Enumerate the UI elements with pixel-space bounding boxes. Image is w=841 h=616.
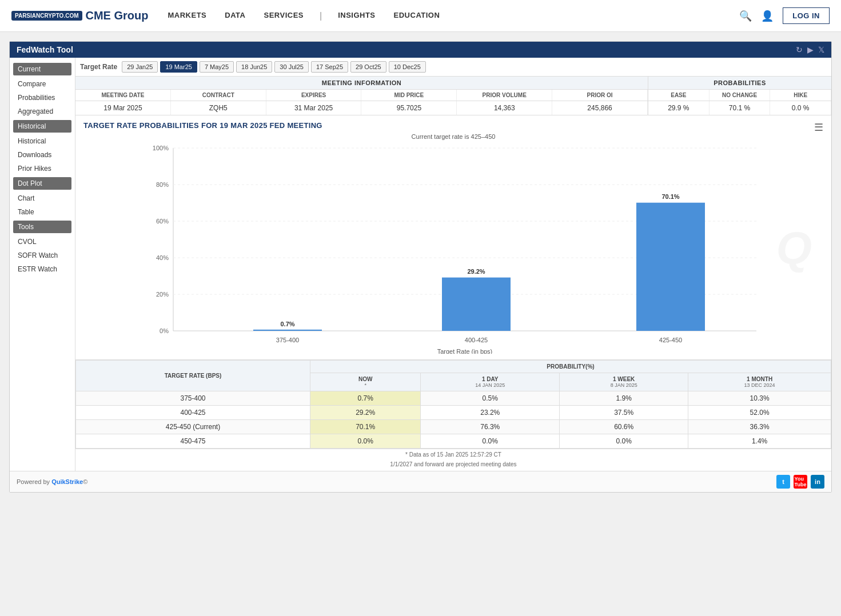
user-icon[interactable]: 👤 bbox=[761, 10, 774, 22]
sidebar-item-sofr-watch[interactable]: SOFR Watch bbox=[10, 249, 75, 262]
rate-375-400: 375-400 bbox=[76, 391, 310, 406]
col-meeting-date: MEETING DATE bbox=[75, 90, 171, 101]
rate-400-425: 400-425 bbox=[76, 406, 310, 420]
tab-29jan25[interactable]: 29 Jan25 bbox=[122, 61, 158, 73]
footer-social: t YouTube in bbox=[776, 475, 824, 489]
week1-375-400: 1.9% bbox=[560, 391, 688, 406]
val-meeting-date: 19 Mar 2025 bbox=[75, 101, 171, 115]
sidebar-item-cvol[interactable]: CVOL bbox=[10, 235, 75, 249]
col-ease: EASE bbox=[648, 90, 710, 101]
youtube-icon[interactable]: YouTube bbox=[794, 475, 807, 489]
tab-10dec25[interactable]: 10 Dec25 bbox=[389, 61, 426, 73]
col-prior-volume: PRIOR VOLUME bbox=[457, 90, 552, 101]
table-footnote2: 1/1/2027 and forward are projected meeti… bbox=[75, 460, 831, 471]
week1-400-425: 37.5% bbox=[560, 406, 688, 420]
sidebar-section-dot-plot[interactable]: Dot Plot bbox=[13, 177, 71, 190]
chart-svg-container: Q 100% 80% 60% 40% 20% 0% bbox=[83, 142, 823, 354]
val-contract: ZQH5 bbox=[171, 101, 266, 115]
nav-education[interactable]: EDUCATION bbox=[392, 11, 443, 21]
val-no-change: 70.1 % bbox=[710, 101, 771, 115]
week1-450-475: 0.0% bbox=[560, 434, 688, 449]
tab-18jun25[interactable]: 18 Jun25 bbox=[236, 61, 272, 73]
th-now-sub: * bbox=[315, 382, 416, 388]
external-link-icon[interactable]: ▶ bbox=[807, 45, 814, 54]
sidebar-section-tools[interactable]: Tools bbox=[13, 221, 71, 233]
sidebar-item-table[interactable]: Table bbox=[10, 205, 75, 219]
sidebar-item-prior-hikes[interactable]: Prior Hikes bbox=[10, 162, 75, 175]
now-425-450: 70.1% bbox=[310, 420, 420, 434]
table-footnote: * Data as of 15 Jan 2025 12:57:29 CT bbox=[75, 449, 831, 460]
meeting-info-row: 19 Mar 2025 ZQH5 31 Mar 2025 95.7025 14,… bbox=[75, 101, 648, 115]
widget-body: Current Compare Probabilities Aggregated… bbox=[10, 58, 831, 471]
login-button[interactable]: LOG IN bbox=[783, 7, 830, 24]
powered-by-suffix: © bbox=[83, 478, 87, 485]
chart-menu-icon[interactable]: ☰ bbox=[814, 121, 823, 134]
fedwatch-widget: FedWatch Tool ↻ ▶ 𝕏 Current Compare Prob… bbox=[9, 41, 832, 493]
th-1week-sub: 8 JAN 2025 bbox=[564, 382, 683, 388]
sidebar-item-compare[interactable]: Compare bbox=[10, 77, 75, 91]
prob-col-headers: EASE NO CHANGE HIKE bbox=[648, 90, 831, 101]
meeting-info-header: MEETING INFORMATION bbox=[75, 77, 648, 90]
sidebar-item-downloads[interactable]: Downloads bbox=[10, 148, 75, 162]
logo-persian: PARSIANCRYPTO.COM bbox=[11, 11, 82, 21]
probability-table: TARGET RATE (BPS) PROBABILITY(%) NOW * 1… bbox=[75, 359, 831, 471]
bar-375-400 bbox=[253, 330, 322, 331]
widget-controls: ↻ ▶ 𝕏 bbox=[796, 45, 824, 54]
tab-7may25[interactable]: 7 May25 bbox=[200, 61, 234, 73]
powered-by-brand: QuikStrike bbox=[51, 478, 83, 485]
th-1month: 1 MONTH 13 DEC 2024 bbox=[688, 373, 831, 391]
sidebar-item-historical[interactable]: Historical bbox=[10, 134, 75, 148]
logo-cme: CME Group bbox=[86, 9, 149, 22]
col-expires: EXPIRES bbox=[266, 90, 362, 101]
sidebar-section-current[interactable]: Current bbox=[13, 63, 71, 75]
meeting-section: MEETING INFORMATION MEETING DATE CONTRAC… bbox=[75, 77, 831, 115]
widget-title: FedWatch Tool bbox=[17, 45, 73, 54]
rate-450-475: 450-475 bbox=[76, 434, 310, 449]
main-nav: MARKETS DATA SERVICES | INSIGHTS EDUCATI… bbox=[166, 11, 740, 21]
bar-chart-svg: 100% 80% 60% 40% 20% 0% bbox=[83, 142, 823, 354]
table-row: 375-400 0.7% 0.5% 1.9% 10.3% bbox=[76, 391, 831, 406]
refresh-icon[interactable]: ↻ bbox=[796, 45, 803, 54]
search-icon[interactable]: 🔍 bbox=[739, 10, 752, 22]
nav-insights[interactable]: INSIGHTS bbox=[336, 11, 377, 21]
sidebar-item-chart[interactable]: Chart bbox=[10, 191, 75, 205]
footer-text: Powered by QuikStrike© bbox=[17, 478, 87, 485]
col-prior-oi: PRIOR OI bbox=[552, 90, 648, 101]
tabs-label: Target Rate bbox=[80, 63, 117, 71]
col-contract: CONTRACT bbox=[171, 90, 266, 101]
tab-30jul25[interactable]: 30 Jul25 bbox=[274, 61, 309, 73]
svg-text:400-425: 400-425 bbox=[465, 337, 488, 343]
prob-data-table: TARGET RATE (BPS) PROBABILITY(%) NOW * 1… bbox=[75, 360, 831, 449]
bar-400-425 bbox=[442, 278, 511, 331]
table-row: 400-425 29.2% 23.2% 37.5% 52.0% bbox=[76, 406, 831, 420]
svg-text:40%: 40% bbox=[156, 254, 169, 261]
svg-text:0.7%: 0.7% bbox=[280, 321, 294, 327]
val-mid-price: 95.7025 bbox=[361, 101, 457, 115]
col-mid-price: MID PRICE bbox=[361, 90, 457, 101]
nav-markets[interactable]: MARKETS bbox=[166, 11, 209, 21]
chart-title: TARGET RATE PROBABILITIES FOR 19 MAR 202… bbox=[83, 121, 823, 130]
sidebar-item-probabilities[interactable]: Probabilities bbox=[10, 91, 75, 105]
sidebar-item-estr-watch[interactable]: ESTR Watch bbox=[10, 262, 75, 276]
tab-17sep25[interactable]: 17 Sep25 bbox=[311, 61, 348, 73]
widget-footer: Powered by QuikStrike© t YouTube in bbox=[10, 471, 831, 492]
nav-services[interactable]: SERVICES bbox=[261, 11, 306, 21]
rate-425-450: 425-450 (Current) bbox=[76, 420, 310, 434]
probabilities-header: PROBABILITIES bbox=[648, 77, 831, 90]
widget-header: FedWatch Tool ↻ ▶ 𝕏 bbox=[10, 42, 831, 58]
th-probability: PROBABILITY(%) bbox=[310, 361, 831, 373]
tab-19mar25[interactable]: 19 Mar25 bbox=[160, 61, 197, 73]
th-1day: 1 DAY 14 JAN 2025 bbox=[421, 373, 560, 391]
sidebar-item-aggregated[interactable]: Aggregated bbox=[10, 105, 75, 118]
twitter-icon[interactable]: t bbox=[776, 475, 790, 489]
sidebar-section-historical[interactable]: Historical bbox=[13, 120, 71, 133]
now-375-400: 0.7% bbox=[310, 391, 420, 406]
page: FedWatch Tool ↻ ▶ 𝕏 Current Compare Prob… bbox=[0, 32, 841, 616]
col-hike: HIKE bbox=[770, 90, 831, 101]
tab-29oct25[interactable]: 29 Oct25 bbox=[350, 61, 386, 73]
table-row: 450-475 0.0% 0.0% 0.0% 1.4% bbox=[76, 434, 831, 449]
linkedin-icon[interactable]: in bbox=[811, 475, 824, 489]
nav-data[interactable]: DATA bbox=[222, 11, 248, 21]
th-1month-sub: 13 DEC 2024 bbox=[693, 382, 826, 388]
twitter-share-icon[interactable]: 𝕏 bbox=[818, 45, 824, 54]
